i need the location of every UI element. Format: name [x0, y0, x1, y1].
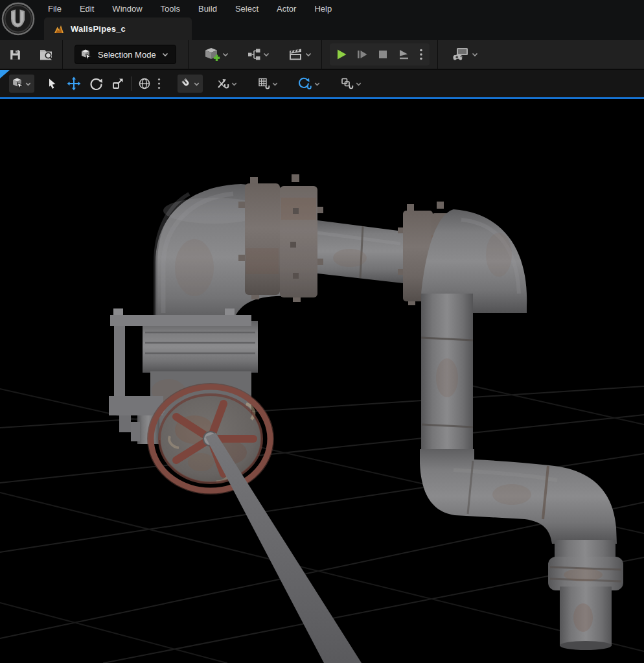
viewport-select-mode-dropdown[interactable]: [9, 75, 34, 93]
rotation-snapping-dropdown[interactable]: [298, 77, 321, 91]
unreal-engine-logo[interactable]: [1, 2, 35, 36]
cinematics-button[interactable]: [288, 47, 312, 62]
menu-window[interactable]: Window: [103, 0, 151, 18]
viewport-select-mode-icon: [12, 77, 25, 90]
chevron-down-icon: [25, 80, 32, 87]
menu-actor[interactable]: Actor: [268, 0, 305, 18]
platforms-button[interactable]: [452, 47, 479, 62]
scale-snap-icon: [340, 77, 354, 90]
chevron-down-icon: [471, 51, 479, 58]
chevron-down-icon: [231, 80, 238, 87]
rotate-tool-button[interactable]: [87, 75, 104, 92]
stop-button[interactable]: [373, 43, 393, 65]
menu-tools[interactable]: Tools: [152, 0, 189, 18]
level-tab-wallspipes[interactable]: WallsPipes_c: [44, 17, 192, 40]
actor-snap-icon: [216, 77, 230, 90]
select-tool-button[interactable]: [43, 75, 60, 92]
selection-mode-icon: [80, 49, 93, 61]
flange-joint-left: [238, 174, 323, 302]
viewport-active-corner: [0, 70, 10, 78]
unsaved-level-icon: [53, 24, 65, 34]
coordinate-system-button[interactable]: [136, 75, 153, 92]
title-bar: File Edit Window Tools Build Select Acto…: [0, 0, 644, 40]
menu-select[interactable]: Select: [226, 0, 268, 18]
toolbar-divider: [437, 40, 438, 69]
rotation-snap-icon: [298, 77, 313, 91]
play-icon: [335, 48, 348, 61]
move-tool-button[interactable]: [65, 75, 82, 92]
menu-edit[interactable]: Edit: [71, 0, 103, 18]
viewport-toolbar: [0, 69, 644, 97]
surface-snap-icon: [180, 77, 193, 90]
transform-options-button[interactable]: [153, 75, 165, 92]
menu-build[interactable]: Build: [189, 0, 226, 18]
add-actor-button[interactable]: [204, 47, 229, 62]
play-controls-group: [330, 43, 430, 65]
platforms-icon: [452, 47, 470, 62]
chevron-down-icon: [355, 80, 362, 87]
toolbar-divider: [188, 40, 189, 69]
pipe-horizontal-top: [312, 220, 403, 283]
chevron-down-icon: [271, 80, 279, 87]
move-tool-icon: [67, 76, 81, 91]
unreal-engine-logo-icon: [1, 2, 35, 36]
unreal-editor-window: File Edit Window Tools Build Select Acto…: [0, 0, 644, 663]
editor-mode-dropdown[interactable]: Selection Mode: [75, 45, 176, 64]
scale-tool-icon: [111, 77, 124, 90]
select-arrow-icon: [46, 78, 58, 90]
kebab-menu-icon: [419, 48, 423, 61]
level-tab-label: WallsPipes_c: [71, 24, 126, 34]
grid-snap-icon: [257, 77, 271, 90]
pipe-coupling-bottom: [548, 557, 623, 650]
frame-skip-icon: [356, 48, 369, 61]
chevron-down-icon: [193, 80, 200, 87]
save-button[interactable]: [4, 43, 26, 65]
frame-skip-button[interactable]: [352, 43, 373, 65]
content-browser-icon: [38, 47, 54, 62]
pipe-assembly-mesh[interactable]: [109, 174, 623, 663]
level-viewport[interactable]: [0, 99, 644, 663]
blueprints-icon: [247, 48, 262, 61]
chevron-down-icon: [161, 51, 169, 58]
scale-tool-button[interactable]: [109, 75, 126, 92]
menu-help[interactable]: Help: [305, 0, 341, 18]
pipe-s-bend: [420, 449, 617, 562]
toolbar-divider: [62, 40, 63, 69]
blueprints-button[interactable]: [247, 48, 270, 61]
viewport-toolbar-divider: [131, 76, 132, 91]
stop-icon: [376, 48, 389, 61]
chevron-down-icon: [305, 51, 312, 58]
add-actor-icon: [204, 47, 221, 62]
surface-snapping-dropdown[interactable]: [178, 75, 203, 93]
world-coordinate-icon: [138, 77, 151, 90]
chevron-down-icon: [262, 51, 270, 58]
play-options-button[interactable]: [414, 43, 428, 65]
pipe-vertical-right: [421, 294, 473, 469]
content-browser-button[interactable]: [35, 43, 57, 65]
menu-file[interactable]: File: [39, 0, 71, 18]
toolbar-divider: [321, 40, 322, 69]
grid-snapping-dropdown[interactable]: [257, 77, 279, 90]
eject-button[interactable]: [393, 43, 414, 65]
asset-tab-row: WallsPipes_c: [44, 17, 192, 40]
actor-snapping-dropdown[interactable]: [216, 77, 238, 90]
chevron-down-icon: [314, 80, 321, 87]
editor-mode-label: Selection Mode: [98, 50, 156, 60]
cinematics-icon: [288, 47, 304, 62]
kebab-menu-icon: [157, 78, 161, 89]
eject-icon: [397, 48, 410, 61]
rotate-tool-icon: [89, 77, 103, 91]
viewport-canvas[interactable]: [0, 99, 644, 663]
play-button[interactable]: [331, 43, 352, 65]
save-icon: [8, 48, 22, 62]
main-toolbar: Selection Mode: [0, 40, 644, 69]
scale-snapping-dropdown[interactable]: [340, 77, 362, 90]
chevron-down-icon: [222, 51, 229, 58]
menu-bar: File Edit Window Tools Build Select Acto…: [39, 0, 341, 18]
